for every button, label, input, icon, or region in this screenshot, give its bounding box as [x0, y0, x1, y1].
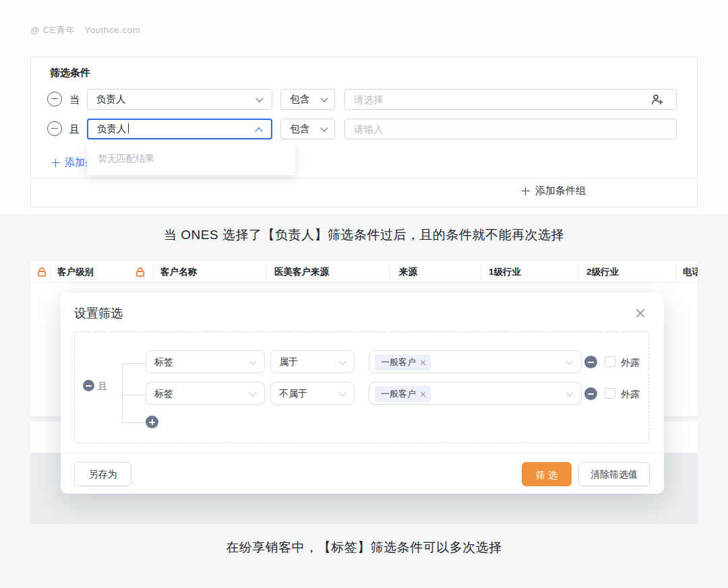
filter-settings-modal: 设置筛选 且 标签 属于 一般客户 [61, 293, 664, 494]
watermark: @ CE青年Youthce.com [30, 24, 150, 36]
chevron-up-icon [255, 127, 262, 135]
add-row-icon[interactable] [146, 416, 158, 428]
chevron-down-icon [249, 389, 256, 396]
tree-connector [122, 395, 146, 395]
column-header[interactable]: 1级行业 [489, 266, 521, 278]
chevron-down-icon [320, 124, 328, 131]
lock-icon[interactable] [36, 267, 47, 280]
field-select[interactable]: 标签 [146, 382, 265, 405]
operator-select-value: 包含 [290, 123, 309, 134]
modal-title: 设置筛选 [74, 305, 123, 321]
column-header[interactable]: 医美客户来源 [274, 266, 329, 278]
tree-connector [122, 422, 146, 423]
modal-footer: 另存为 筛 选 清除筛选值 [61, 453, 664, 494]
field-select-value: 负责人 [96, 94, 126, 104]
operator-select[interactable]: 包含 [280, 89, 335, 110]
chevron-down-icon [338, 357, 346, 364]
value-multiselect[interactable]: 一般客户 [369, 382, 582, 405]
expose-checkbox[interactable] [605, 356, 615, 367]
close-icon[interactable] [634, 307, 646, 319]
ones-filter-panel: 筛选条件 当 负责人 包含 且 负责人 包含 [30, 57, 698, 207]
filter-button[interactable]: 筛 选 [522, 462, 572, 486]
dropdown-empty-state: 暂无匹配结果 [87, 142, 295, 175]
value-tag-label: 一般客户 [381, 357, 416, 367]
watermark-handle: @ CE青年 [30, 25, 75, 35]
lock-icon[interactable] [135, 267, 146, 280]
add-condition-group-label: 添加条件组 [535, 185, 586, 197]
operator-select[interactable]: 包含 [280, 119, 335, 139]
field-select-focused[interactable]: 负责人 [87, 119, 272, 139]
chevron-down-icon [566, 357, 573, 364]
expose-checkbox[interactable] [605, 388, 615, 399]
column-header[interactable]: 客户级别 [57, 266, 94, 278]
operator-select-value: 不属于 [279, 388, 307, 399]
operator-select[interactable]: 不属于 [270, 382, 355, 405]
column-divider [390, 263, 390, 281]
column-header[interactable]: 2级行业 [586, 266, 619, 278]
filter-group-container: 且 标签 属于 一般客户 [74, 331, 649, 443]
value-select-input[interactable] [344, 89, 677, 110]
text-caret [128, 123, 129, 133]
operator-select[interactable]: 属于 [270, 350, 355, 373]
chevron-down-icon [320, 94, 328, 102]
column-divider [676, 263, 677, 281]
connector-label-and: 且 [69, 123, 80, 136]
chevron-down-icon [255, 94, 263, 102]
chevron-down-icon [566, 389, 573, 396]
column-header[interactable]: 来源 [399, 266, 417, 278]
remove-row-icon[interactable] [584, 387, 597, 400]
remove-condition-icon[interactable] [47, 121, 62, 136]
remove-tag-icon[interactable] [420, 391, 426, 397]
group-connector-label: 且 [98, 381, 107, 393]
value-tag-chip[interactable]: 一般客户 [375, 386, 431, 402]
field-select-value: 标签 [154, 356, 173, 367]
expose-label: 外露 [621, 389, 640, 401]
field-select[interactable]: 标签 [146, 350, 265, 373]
value-multiselect[interactable]: 一般客户 [369, 350, 582, 373]
plus-icon [51, 158, 60, 167]
crm-table-header: 客户级别 客户名称 医美客户来源 来源 1级行业 2级行业 电话 [30, 261, 698, 283]
column-divider [578, 263, 579, 281]
remove-tag-icon[interactable] [420, 360, 426, 366]
field-select-dropdown: 暂无匹配结果 [87, 142, 295, 175]
expose-label: 外露 [621, 357, 640, 369]
column-divider [266, 263, 267, 281]
clear-filter-button[interactable]: 清除筛选值 [578, 462, 650, 486]
value-tag-label: 一般客户 [381, 389, 416, 399]
remove-group-icon[interactable] [83, 380, 94, 391]
field-select[interactable]: 负责人 [87, 89, 272, 110]
operator-select-value: 属于 [279, 356, 298, 367]
value-text-input[interactable] [344, 119, 677, 139]
person-add-icon[interactable] [651, 94, 689, 108]
panel-divider [31, 178, 697, 178]
caption-fxiaoke: 在纷享销客中，【标签】筛选条件可以多次选择 [0, 539, 728, 556]
column-header[interactable]: 客户名称 [160, 266, 197, 278]
remove-condition-icon[interactable] [47, 92, 62, 106]
operator-select-value: 包含 [290, 94, 309, 104]
column-divider [49, 263, 50, 281]
column-divider [153, 263, 154, 281]
field-select-value: 标签 [154, 388, 173, 399]
column-divider [481, 263, 481, 281]
column-header[interactable]: 电话 [683, 266, 698, 278]
value-tag-chip[interactable]: 一般客户 [375, 354, 431, 370]
caption-ones: 当 ONES 选择了【负责人】筛选条件过后，且的条件就不能再次选择 [0, 226, 728, 244]
field-select-value: 负责人 [97, 123, 127, 134]
add-condition-group-button[interactable]: 添加条件组 [521, 185, 586, 197]
page: @ CE青年Youthce.com 筛选条件 当 负责人 包含 且 负责人 [0, 0, 728, 588]
plus-icon [521, 187, 530, 195]
tree-connector [122, 363, 123, 422]
tree-connector [122, 363, 146, 364]
filter-panel-title: 筛选条件 [50, 67, 90, 79]
connector-label-when: 当 [69, 94, 80, 106]
watermark-site: Youthce.com [84, 25, 140, 35]
save-as-button[interactable]: 另存为 [74, 462, 131, 486]
remove-row-icon[interactable] [584, 356, 597, 368]
chevron-down-icon [338, 389, 346, 396]
chevron-down-icon [249, 357, 256, 364]
